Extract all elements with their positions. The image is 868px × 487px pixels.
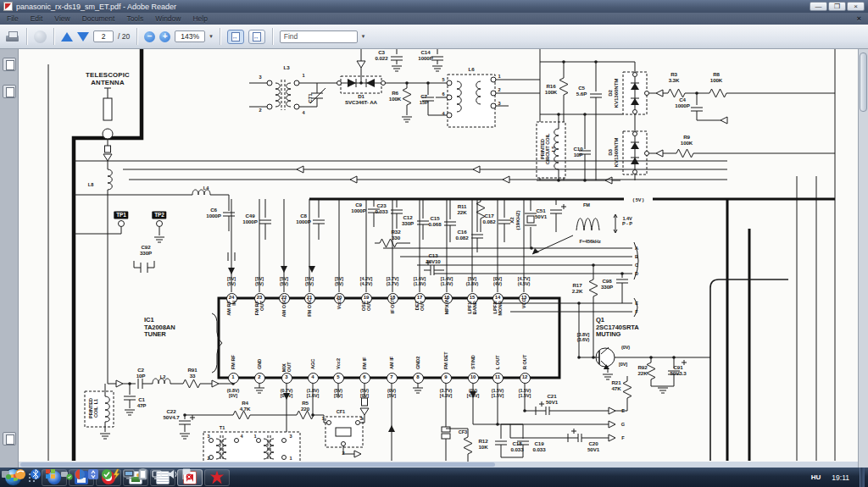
- toolbar-separator: [53, 28, 54, 45]
- navigation-panel: [0, 49, 19, 468]
- action-center-flag-icon[interactable]: [183, 469, 192, 480]
- pin-voltage: [5V] (5V): [280, 276, 288, 286]
- find-input[interactable]: [280, 30, 358, 43]
- page-up-icon[interactable]: [61, 32, 73, 42]
- system-tray: HU 19:11: [809, 468, 868, 487]
- green-check-icon[interactable]: [102, 469, 112, 479]
- ic-pin-label: AGC: [310, 332, 315, 369]
- close-button[interactable]: ×: [847, 2, 865, 11]
- pin-voltage: (5V) [0V]: [360, 388, 369, 398]
- ic-pin-label: GND2: [415, 332, 420, 369]
- scrollbar-thumb[interactable]: [20, 462, 495, 467]
- print-icon[interactable]: [5, 31, 19, 42]
- fit-page-icon[interactable]: [248, 30, 265, 44]
- taskbar-clock[interactable]: 19:11: [826, 473, 856, 482]
- pin-voltage: (1.5V) [1.5V]: [519, 388, 531, 398]
- zoom-level[interactable]: 143%: [175, 30, 205, 42]
- program-grid-icon[interactable]: [46, 469, 55, 479]
- language-indicator[interactable]: HU: [809, 472, 824, 483]
- page-total: / 20: [118, 32, 130, 41]
- ic-pin-10: 10: [468, 373, 479, 384]
- ic-pin-label: IF OUT: [390, 298, 395, 335]
- pin-voltage: [4.7V] (4.5V): [518, 276, 531, 286]
- update-icon[interactable]: [2, 471, 11, 479]
- ic-pin-4: 4: [308, 373, 319, 384]
- menu-item-edit[interactable]: Edit: [31, 14, 43, 23]
- pdf-file-icon: [3, 2, 13, 11]
- scrollbar-thumb[interactable]: [860, 53, 867, 112]
- sync-arrows-icon[interactable]: [88, 469, 98, 479]
- clipboard-icon[interactable]: [139, 468, 147, 479]
- ic-pin-9: 9: [441, 373, 452, 384]
- ic-pin-11: 11: [492, 373, 504, 384]
- zoom-out-icon[interactable]: −: [144, 31, 155, 42]
- ic-pin-8: 8: [413, 373, 424, 384]
- scrolling-mode-icon[interactable]: [227, 30, 244, 44]
- menu-item-window[interactable]: Window: [155, 14, 181, 23]
- vertical-scrollbar[interactable]: [858, 49, 868, 468]
- toolbar-separator: [272, 28, 273, 45]
- menu-item-file[interactable]: File: [7, 14, 19, 23]
- pin-voltage: (1.5V) [1.5V]: [492, 388, 504, 398]
- network-icon[interactable]: [153, 471, 161, 479]
- toolbar-separator: [220, 28, 220, 45]
- ic-pin-1: 1: [228, 373, 239, 384]
- toolbar: / 20 − + 143% ▾ ▾: [0, 25, 868, 49]
- pin-voltage: (5V) [5V]: [334, 388, 342, 398]
- pin-voltage: [5V] (5V): [305, 276, 314, 286]
- display-icon[interactable]: [124, 470, 134, 479]
- pin-voltage: [5V] (5V): [335, 276, 343, 286]
- zoom-in-icon[interactable]: +: [159, 31, 170, 42]
- zoom-dropdown-icon[interactable]: ▾: [209, 33, 213, 40]
- ic-pin-label: FM RF: [231, 332, 236, 369]
- ic-pin-5: 5: [333, 373, 344, 384]
- toolbar-separator: [26, 28, 27, 45]
- close-document-icon[interactable]: ×: [857, 14, 861, 23]
- usb-safely-remove-icon[interactable]: [61, 472, 73, 480]
- ic-pin-label: AM IF: [389, 332, 394, 369]
- pin-voltage: [5V] (3.8V): [466, 276, 479, 286]
- ic-pin-label: VCO: [521, 298, 526, 335]
- ic-pin-label: FM IF: [362, 332, 367, 369]
- pin-voltage: (1.8V) [1.6V]: [307, 388, 320, 398]
- horizontal-scrollbar[interactable]: [19, 462, 858, 468]
- page-down-icon[interactable]: [77, 32, 89, 42]
- ic-pin-7: 7: [387, 373, 398, 384]
- pin-voltage: (3.7V) [4.3V]: [440, 388, 453, 398]
- ic-pin-label: R OUT: [522, 332, 527, 369]
- menu-item-tools[interactable]: Tools: [126, 14, 143, 23]
- document-area: TELESCOPIC ANTENNAL8L3CT1D1 SVC346T- AAR…: [0, 49, 868, 468]
- menu-item-document[interactable]: Document: [82, 14, 115, 23]
- restore-button[interactable]: ❒: [828, 2, 846, 11]
- ic-pin-label: FM DET: [443, 332, 448, 369]
- find-dropdown-icon[interactable]: ▾: [362, 33, 365, 40]
- page-number-input[interactable]: [93, 30, 114, 42]
- pin-voltage: [5V] (5V): [227, 276, 236, 286]
- page-thumbnails-icon[interactable]: [3, 58, 16, 71]
- menu-item-view[interactable]: View: [54, 14, 70, 23]
- email-icon[interactable]: [34, 30, 47, 43]
- ic-pin-label: STIND: [470, 332, 476, 369]
- attachments-icon[interactable]: [3, 432, 16, 445]
- pin-voltage: (0.7V) [0.5V]: [281, 388, 293, 398]
- pin-voltage: [0V] (4V): [493, 276, 502, 286]
- pin-voltage: [4.2V] (4.2V): [360, 276, 373, 286]
- show-desktop-button[interactable]: [860, 468, 865, 487]
- pin-voltage: (0V) [5V]: [387, 388, 396, 398]
- menu-item-help[interactable]: Help: [192, 14, 207, 23]
- pin-voltage: (0V) [4.8V]: [467, 388, 480, 398]
- ball-icon[interactable]: [15, 469, 25, 479]
- pin-voltage: [3.7V] (3.7V): [387, 276, 399, 286]
- volume-icon[interactable]: [168, 470, 176, 479]
- bluetooth-icon[interactable]: [31, 469, 41, 479]
- pin-voltage: [1.6V] (1.8V): [414, 276, 426, 286]
- menu-bar: FileEditViewDocumentToolsWindowHelp×: [0, 13, 868, 25]
- ic-pin-label: L OUT: [495, 332, 500, 369]
- bookmarks-icon[interactable]: [3, 85, 16, 98]
- minimize-button[interactable]: —: [810, 2, 827, 11]
- ic-pin-label: Vcc2: [336, 332, 341, 369]
- flash-icon[interactable]: [114, 469, 120, 479]
- globe-icon[interactable]: [75, 469, 85, 479]
- taskbar: HU 19:11: [0, 468, 868, 487]
- ic-pin-6: 6: [359, 373, 370, 384]
